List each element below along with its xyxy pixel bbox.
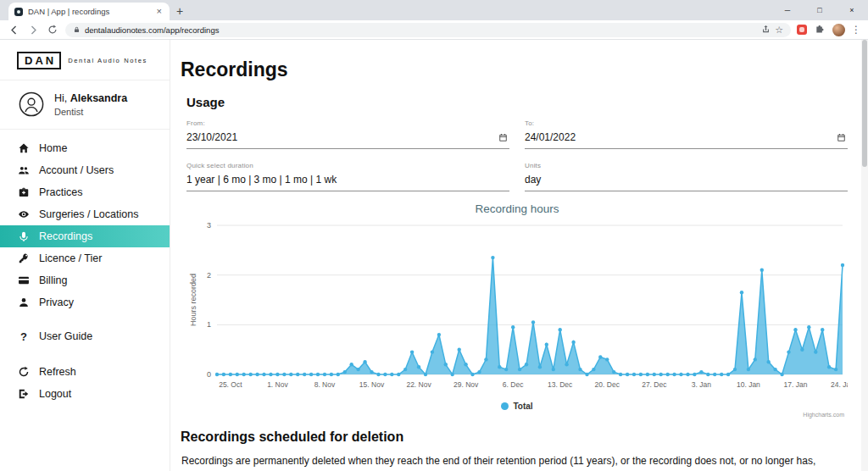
quick-select-options[interactable]: 1 year | 6 mo | 3 mo | 1 mo | 1 wk (186, 174, 337, 186)
units-field[interactable]: Units day (525, 162, 848, 191)
svg-text:13. Dec: 13. Dec (548, 380, 573, 389)
svg-text:1. Nov: 1. Nov (267, 380, 288, 389)
window-close-button[interactable]: × (836, 0, 868, 20)
page-title: Recordings (181, 58, 848, 81)
sidebar-item-label: Refresh (39, 366, 76, 378)
sidebar-item-label: Practices (39, 186, 82, 198)
logo-subtitle: Dental Audio Notes (68, 57, 147, 64)
from-date-value[interactable]: 23/10/2021 (186, 131, 237, 143)
svg-text:15. Nov: 15. Nov (359, 380, 385, 389)
tab-close-icon[interactable]: × (155, 7, 164, 16)
lock-icon (73, 25, 81, 34)
users-icon (18, 164, 30, 176)
practices-icon (18, 186, 30, 198)
reload-button-icon[interactable] (46, 23, 59, 36)
refresh-icon (18, 366, 30, 378)
svg-text:3: 3 (207, 221, 211, 230)
tab-favicon-icon (14, 8, 23, 16)
units-label: Units (525, 162, 848, 169)
units-value[interactable]: day (525, 174, 541, 186)
sidebar-item-label: User Guide (39, 330, 92, 342)
svg-text:24. Jan: 24. Jan (831, 380, 848, 389)
sidebar-item-billing[interactable]: Billing (0, 269, 170, 291)
page-scrollbar[interactable] (861, 40, 868, 471)
sidebar-item-privacy[interactable]: Privacy (0, 291, 170, 313)
sidebar-item-label: Privacy (39, 296, 74, 308)
sidebar-item-label: Recordings (39, 230, 92, 242)
credit-card-icon (18, 274, 30, 286)
svg-text:10. Jan: 10. Jan (737, 380, 760, 389)
from-date-field[interactable]: From: 23/10/2021 (186, 119, 509, 149)
window-minimize-button[interactable]: ─ (771, 0, 804, 20)
legend-label[interactable]: Total (513, 402, 532, 411)
browser-menu-icon[interactable]: ⋮ (851, 25, 861, 35)
browser-toolbar: dentalaudionotes.com/app/recordings ☆ ⋮ (0, 20, 868, 40)
logo-dan-box: DAN (17, 52, 61, 69)
calendar-icon[interactable] (837, 133, 846, 142)
svg-text:Hours recorded: Hours recorded (189, 274, 198, 326)
sidebar-item-recordings[interactable]: Recordings (0, 225, 170, 247)
user-greeting: Hi, Aleksandra (54, 92, 127, 104)
sidebar-item-label: Logout (39, 388, 71, 400)
svg-text:8. Nov: 8. Nov (314, 380, 336, 389)
sidebar-item-home[interactable]: Home (0, 137, 170, 159)
svg-text:3. Jan: 3. Jan (692, 380, 711, 389)
bookmark-star-icon[interactable]: ☆ (775, 25, 783, 35)
extensions-puzzle-icon[interactable] (813, 23, 826, 36)
sidebar-menu: Home Account / Users Practices Surgeries… (0, 130, 170, 405)
sidebar-item-label: Home (39, 142, 67, 154)
svg-text:20. Dec: 20. Dec (595, 380, 620, 389)
calendar-icon[interactable] (498, 133, 508, 142)
share-icon[interactable] (761, 22, 771, 37)
recording-hours-chart: Recording hours 012325. Oct1. Nov8. Nov1… (181, 202, 848, 418)
chart-legend[interactable]: Total (186, 402, 848, 411)
sidebar-item-practices[interactable]: Practices (0, 181, 170, 203)
to-date-value[interactable]: 24/01/2022 (525, 131, 576, 143)
usage-form: From: 23/10/2021 To: 24/01/2022 Quick se… (181, 119, 848, 191)
sidebar-item-label: Billing (39, 274, 67, 286)
sidebar-item-label: Licence / Tier (39, 252, 102, 264)
sidebar-item-user-guide[interactable]: ? User Guide (0, 325, 170, 347)
deletion-heading: Recordings scheduled for deletion (181, 429, 848, 445)
browser-tab-bar: DAN | App | recordings × + ─ □ × (0, 0, 868, 20)
app-logo[interactable]: DAN Dental Audio Notes (0, 50, 170, 80)
sidebar-item-label: Surgeries / Locations (39, 208, 138, 220)
svg-text:17. Jan: 17. Jan (784, 380, 808, 389)
extension-icon[interactable] (797, 25, 807, 35)
forward-button-icon[interactable] (26, 23, 40, 36)
sidebar-item-licence-tier[interactable]: Licence / Tier (0, 247, 170, 269)
new-tab-button[interactable]: + (176, 4, 183, 18)
scrollbar-thumb[interactable] (862, 40, 867, 167)
sidebar-item-logout[interactable]: Logout (0, 383, 170, 405)
highcharts-credit[interactable]: Highcharts.com (186, 412, 848, 418)
url-text: dentalaudionotes.com/app/recordings (85, 25, 757, 35)
window-maximize-button[interactable]: □ (804, 0, 836, 20)
back-button-icon[interactable] (7, 23, 20, 36)
privacy-person-icon (18, 296, 30, 308)
to-label: To: (525, 119, 848, 127)
chart-plot-area: 012325. Oct1. Nov8. Nov15. Nov22. Nov29.… (186, 219, 848, 396)
quick-select-label: Quick select duration (186, 162, 509, 169)
user-name: Aleksandra (70, 92, 127, 104)
logout-icon (18, 388, 30, 400)
home-icon (18, 142, 30, 154)
sidebar-item-refresh[interactable]: Refresh (0, 361, 170, 383)
quick-select-field[interactable]: Quick select duration 1 year | 6 mo | 3 … (186, 162, 509, 191)
sidebar-item-surgeries-locations[interactable]: Surgeries / Locations (0, 203, 170, 225)
tab-title: DAN | App | recordings (28, 7, 150, 16)
svg-text:6. Dec: 6. Dec (503, 380, 524, 389)
from-label: From: (186, 119, 509, 127)
svg-text:0: 0 (207, 370, 211, 379)
chart-title: Recording hours (186, 202, 848, 215)
user-info: Hi, Aleksandra Dentist (0, 80, 170, 130)
browser-tab[interactable]: DAN | App | recordings × (8, 3, 170, 20)
key-icon (18, 252, 30, 264)
address-bar[interactable]: dentalaudionotes.com/app/recordings ☆ (65, 23, 791, 37)
sidebar: DAN Dental Audio Notes Hi, Aleksandra De… (0, 40, 170, 471)
to-date-field[interactable]: To: 24/01/2022 (525, 119, 848, 149)
usage-heading: Usage (181, 95, 848, 109)
sidebar-item-account-users[interactable]: Account / Users (0, 159, 170, 181)
svg-text:25. Oct: 25. Oct (219, 380, 242, 389)
browser-profile-avatar[interactable] (832, 24, 845, 36)
window-controls: ─ □ × (771, 0, 868, 20)
